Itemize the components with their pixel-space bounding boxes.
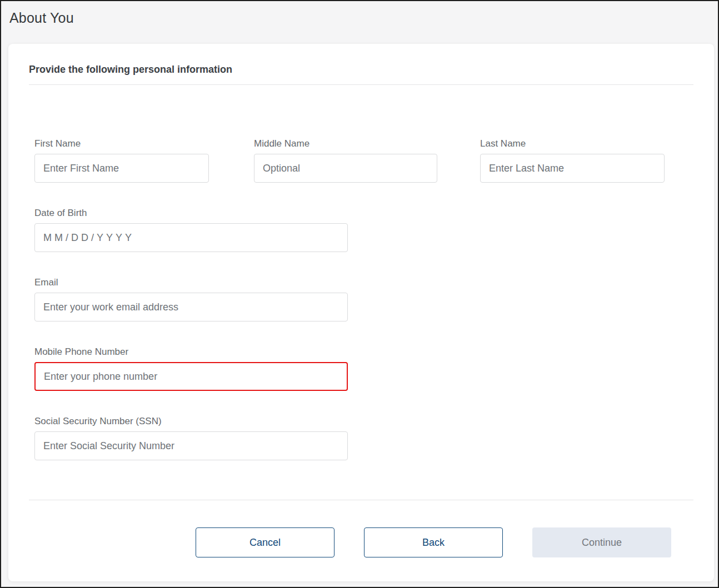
- mobile-phone-label: Mobile Phone Number: [34, 346, 348, 358]
- last-name-label: Last Name: [480, 138, 665, 149]
- first-name-field: First Name: [34, 138, 209, 183]
- middle-name-input[interactable]: [254, 154, 437, 183]
- window: About You Provide the following personal…: [0, 0, 719, 588]
- middle-name-field: Middle Name: [254, 138, 437, 183]
- middle-name-label: Middle Name: [254, 138, 437, 149]
- cancel-button[interactable]: Cancel: [196, 527, 334, 557]
- ssn-label: Social Security Number (SSN): [34, 416, 348, 427]
- date-of-birth-input[interactable]: [34, 223, 348, 252]
- back-button[interactable]: Back: [364, 527, 503, 557]
- mobile-phone-field: Mobile Phone Number: [34, 346, 348, 391]
- date-of-birth-field: Date of Birth: [34, 208, 348, 252]
- first-name-label: First Name: [34, 138, 209, 149]
- email-field: Email: [34, 277, 348, 321]
- email-input[interactable]: [34, 293, 348, 321]
- mobile-phone-input[interactable]: [34, 362, 348, 391]
- ssn-field: Social Security Number (SSN): [34, 416, 348, 460]
- date-of-birth-label: Date of Birth: [34, 208, 348, 219]
- personal-info-form: First Name Middle Name Last Name Date of…: [29, 138, 693, 460]
- top-header-bar: About You: [1, 1, 718, 44]
- last-name-input[interactable]: [480, 154, 665, 183]
- about-you-card: Provide the following personal informati…: [8, 44, 714, 581]
- heading-divider: [29, 84, 693, 85]
- ssn-input[interactable]: [34, 431, 348, 460]
- name-fields-row: First Name Middle Name Last Name: [34, 138, 693, 183]
- first-name-input[interactable]: [34, 154, 209, 183]
- email-label: Email: [34, 277, 348, 288]
- footer-divider: [29, 500, 693, 500]
- continue-button[interactable]: Continue: [532, 527, 671, 557]
- footer-button-row: Cancel Back Continue: [29, 527, 693, 557]
- card-heading: Provide the following personal informati…: [29, 63, 693, 76]
- last-name-field: Last Name: [480, 138, 665, 183]
- page-title: About You: [9, 10, 718, 26]
